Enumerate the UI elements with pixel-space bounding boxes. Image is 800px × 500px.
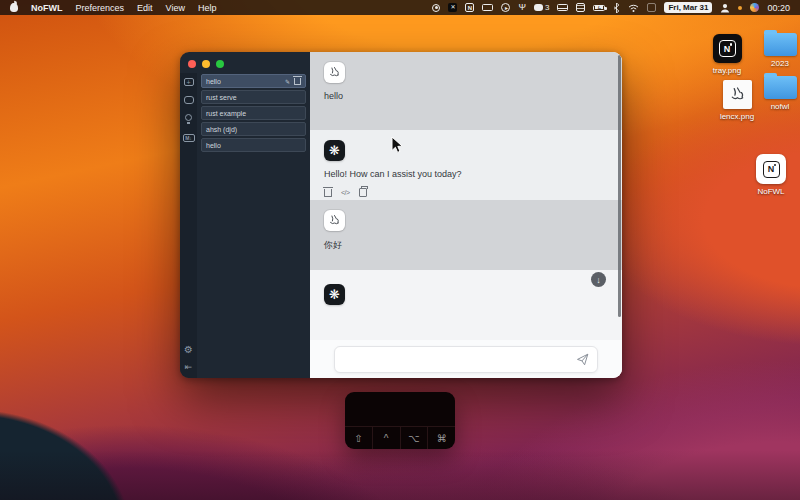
nofwl-app-icon: N: [756, 154, 786, 184]
nofwl-tray-icon[interactable]: N: [465, 3, 474, 12]
siri-globe-icon[interactable]: [750, 3, 759, 12]
settings-gear-icon[interactable]: ⚙: [184, 344, 193, 355]
close-window-button[interactable]: [188, 60, 196, 68]
keystroke-display-area: [345, 392, 455, 426]
delete-trash-icon[interactable]: [294, 78, 301, 85]
menu-item-edit[interactable]: Edit: [137, 3, 153, 13]
conversation-title: hello: [206, 78, 221, 85]
menu-clock[interactable]: 00:20: [767, 3, 790, 13]
desktop-icon-2023-folder[interactable]: 2023: [751, 33, 800, 68]
user-avatar: [324, 62, 345, 83]
desktop-icon-label: NoFWL: [757, 187, 784, 196]
status-icons: ✕ N ▸ Ψ 3 ϟ Fri, Mar 3: [432, 2, 790, 13]
conversation-item[interactable]: rust serve: [201, 90, 306, 104]
chat-area: hello ❋ Hello! How can I assist you toda…: [310, 52, 622, 378]
conversation-item[interactable]: rust example: [201, 106, 306, 120]
desktop-icon-label: tray.png: [713, 66, 741, 75]
copy-message-icon[interactable]: [359, 188, 367, 197]
desktop-icon-label: 2023: [771, 59, 789, 68]
traffic-lights: [180, 52, 310, 73]
screen-mirroring-icon[interactable]: [647, 3, 656, 12]
option-key-icon: ⌥: [400, 427, 428, 449]
notification-dot: [738, 6, 742, 10]
scrollbar-thumb[interactable]: [618, 55, 621, 317]
wifi-icon[interactable]: [628, 4, 639, 12]
prompts-icon[interactable]: [185, 114, 192, 124]
edit-pencil-icon[interactable]: ✎: [285, 78, 290, 85]
menu-date[interactable]: Fri, Mar 31: [664, 2, 712, 13]
desktop-wallpaper: NoFWL Preferences Edit View Help ✕ N ▸ Ψ…: [0, 0, 800, 500]
collapse-sidebar-icon[interactable]: ⇤: [185, 362, 193, 372]
apple-menu-icon[interactable]: [10, 3, 18, 12]
conversation-title: rust example: [206, 110, 246, 117]
nofwl-n-logo-icon: N: [763, 161, 780, 178]
scroll-to-bottom-button[interactable]: ↓: [591, 272, 606, 287]
message-text: hello: [324, 91, 608, 101]
chatgpt-avatar-icon: ❋: [324, 284, 345, 305]
desktop-icon-label: nofwl: [771, 102, 790, 111]
desktop-icon-nofwl-app[interactable]: N NoFWL: [742, 154, 800, 196]
charging-bolt-icon: ϟ: [594, 6, 604, 10]
menu-bar: NoFWL Preferences Edit View Help ✕ N ▸ Ψ…: [0, 0, 800, 15]
icon-rail: + M↓ ⚙ ⇤: [180, 73, 197, 378]
control-key-icon: ^: [372, 427, 400, 449]
markdown-icon[interactable]: M↓: [183, 134, 195, 142]
chatgpt-avatar-icon: ❋: [324, 140, 345, 161]
send-icon[interactable]: [576, 353, 589, 366]
lencx-avatar-icon: [328, 214, 341, 227]
chat-bubble-icon: [534, 4, 543, 11]
tray-image-thumbnail: N: [713, 34, 742, 63]
bluetooth-icon[interactable]: [613, 3, 620, 13]
menu-item-help[interactable]: Help: [198, 3, 217, 13]
lencx-avatar-icon: [328, 66, 341, 79]
zoom-window-button[interactable]: [216, 60, 224, 68]
record-icon[interactable]: [432, 4, 440, 12]
sidebar: + M↓ ⚙ ⇤ hello ✎: [180, 52, 310, 378]
conversation-actions: ✎: [285, 78, 301, 85]
usb-icon[interactable]: Ψ: [518, 3, 526, 12]
lencx-image-thumbnail: [723, 80, 752, 109]
input-bar: [310, 340, 622, 378]
app-grid-icon[interactable]: [576, 3, 585, 12]
menu-left: NoFWL Preferences Edit View Help: [10, 3, 216, 13]
battery-icon[interactable]: ϟ: [593, 5, 605, 11]
minimize-window-button[interactable]: [202, 60, 210, 68]
wechat-icon[interactable]: 3: [534, 3, 549, 12]
close-app-tray-icon[interactable]: ✕: [448, 3, 457, 12]
lencx-logo-icon: [729, 86, 746, 103]
sidebar-body: + M↓ ⚙ ⇤ hello ✎: [180, 73, 310, 378]
keystroke-visualizer: ⇧ ^ ⌥ ⌘: [345, 392, 455, 449]
message-text: 你好: [324, 239, 608, 252]
desktop-icon-tray-png[interactable]: N tray.png: [698, 34, 756, 75]
conversation-item[interactable]: ahsh (djd): [201, 122, 306, 136]
conversation-title: rust serve: [206, 94, 237, 101]
user-avatar: [324, 210, 345, 231]
display-icon[interactable]: [482, 4, 493, 11]
nofwl-n-logo-icon: N: [719, 40, 736, 57]
conversation-title: ahsh (djd): [206, 126, 237, 133]
view-code-icon[interactable]: </>: [341, 189, 350, 196]
message-assistant-1: ❋ Hello! How can I assist you today? </>: [310, 130, 622, 200]
nofwl-window: + M↓ ⚙ ⇤ hello ✎: [180, 52, 622, 378]
message-user-1: hello: [310, 52, 622, 130]
conversation-item[interactable]: hello: [201, 138, 306, 152]
keyboard-icon[interactable]: [557, 4, 568, 11]
menu-app-name[interactable]: NoFWL: [31, 3, 63, 13]
new-chat-icon[interactable]: +: [184, 78, 194, 86]
desktop-icon-label: lencx.png: [720, 112, 754, 121]
play-icon[interactable]: ▸: [501, 3, 510, 12]
message-user-2: 你好: [310, 200, 622, 270]
message-input[interactable]: [334, 346, 598, 373]
mouse-cursor: [391, 136, 403, 154]
menu-item-preferences[interactable]: Preferences: [76, 3, 125, 13]
conversation-item[interactable]: hello ✎: [201, 74, 306, 88]
delete-message-icon[interactable]: [324, 189, 332, 197]
desktop-icon-nofwl-folder[interactable]: nofwl: [751, 76, 800, 111]
conversations-icon[interactable]: [184, 96, 194, 104]
shift-key-icon: ⇧: [345, 427, 372, 449]
user-switch-icon[interactable]: [720, 3, 730, 13]
modifier-key-row: ⇧ ^ ⌥ ⌘: [345, 426, 455, 449]
folder-icon: [764, 76, 797, 99]
message-assistant-2: ↓ ❋: [310, 270, 622, 340]
menu-item-view[interactable]: View: [166, 3, 185, 13]
